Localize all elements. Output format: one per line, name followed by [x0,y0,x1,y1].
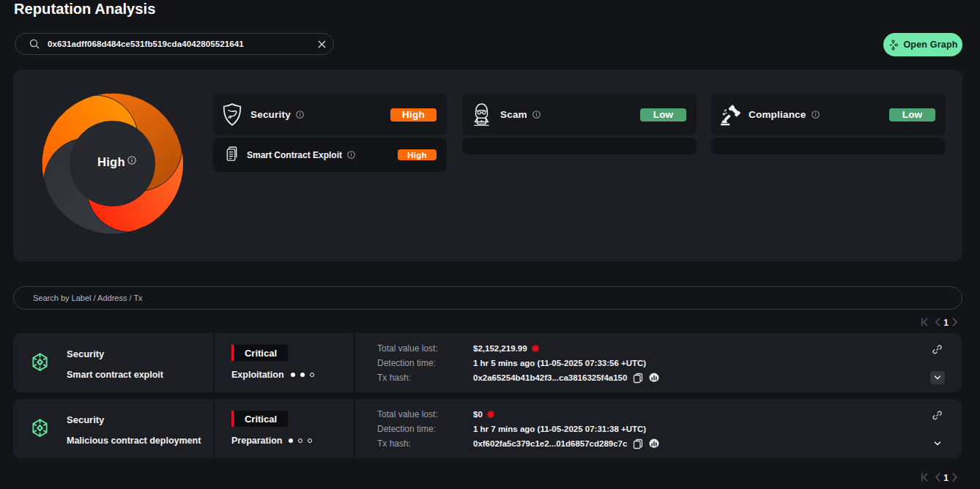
svg-text:1: 1 [943,318,949,328]
svg-text:1: 1 [943,473,949,483]
